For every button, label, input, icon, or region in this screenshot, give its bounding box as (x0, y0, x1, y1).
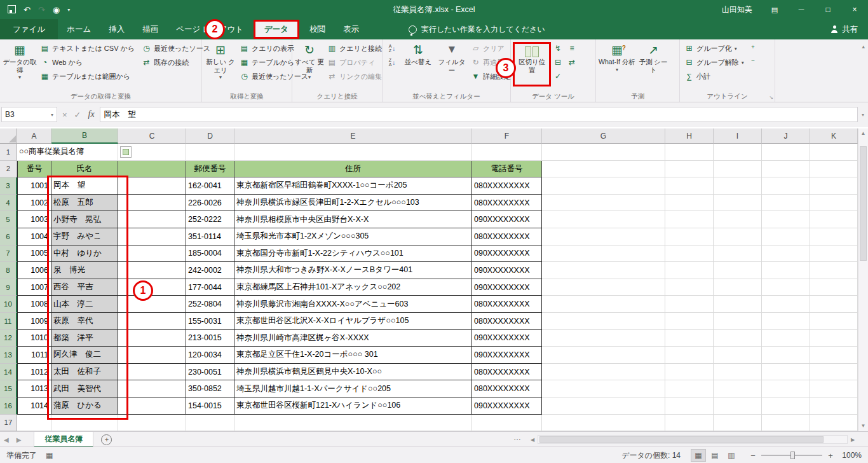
cell[interactable] (714, 380, 762, 397)
cell-phone[interactable]: 090XXXXXXXX (472, 279, 542, 296)
ungroup-button[interactable]: ⊟グループ解除▾ (682, 55, 746, 69)
scroll-down-icon[interactable]: ▼ (861, 421, 866, 431)
cell-zip[interactable]: 242-0002 (186, 262, 234, 279)
row-header-15[interactable]: 15 (0, 380, 17, 397)
formula-bar-expand-icon[interactable]: ▾ (858, 112, 868, 118)
cell[interactable] (762, 313, 810, 330)
maximize-button[interactable]: □ (815, 0, 841, 19)
cell[interactable] (810, 330, 858, 347)
cell-name[interactable]: 武田 美智代 (51, 380, 118, 397)
cell-address[interactable]: 神奈川県大和市つきみ野X-X-XノースBタワー401 (234, 262, 472, 279)
cell-number[interactable]: 1005 (17, 245, 51, 263)
data-validation-button[interactable]: ✓ (551, 69, 565, 83)
cell[interactable] (542, 161, 665, 178)
cell-number[interactable]: 1007 (17, 279, 51, 296)
horizontal-scrollbar[interactable]: ◀ ▶ (527, 434, 858, 445)
cell[interactable] (234, 144, 472, 161)
remove-duplicates-button[interactable]: ⊟ (551, 55, 565, 69)
zoom-in-button[interactable]: + (827, 451, 834, 460)
row-header-17[interactable]: 17 (0, 415, 17, 432)
cell-zip[interactable]: 120-0034 (186, 347, 234, 364)
cell-number[interactable]: 1002 (17, 195, 51, 212)
cell[interactable] (762, 364, 810, 381)
column-header-D[interactable]: D (186, 128, 234, 144)
column-header-K[interactable]: K (810, 128, 858, 144)
cell[interactable] (665, 380, 714, 397)
column-header-H[interactable]: H (665, 128, 714, 144)
insert-function-button[interactable]: fx (88, 109, 95, 120)
share-button[interactable]: 共有 (831, 19, 868, 39)
cell-phone[interactable]: 080XXXXXXXX (472, 195, 542, 212)
cell[interactable] (810, 364, 858, 381)
scroll-up-icon[interactable]: ▲ (861, 128, 866, 139)
subtotal-button[interactable]: ∑小計 (682, 69, 746, 83)
cell-phone[interactable]: 090XXXXXXXX (472, 211, 542, 228)
cell[interactable] (810, 415, 858, 432)
cell[interactable] (665, 296, 714, 313)
text-to-columns-button[interactable]: 区切り位置 (515, 44, 549, 75)
redo-button[interactable]: ↷ (38, 6, 45, 14)
cell-name[interactable]: 宇野 みやこ (51, 228, 118, 245)
cell[interactable] (542, 279, 665, 296)
edit-links-button[interactable]: ⇄リンクの編集 (325, 69, 384, 83)
consolidate-button[interactable]: ≡ (565, 41, 579, 55)
cell-name[interactable]: 山本 淳二 (51, 296, 118, 313)
cell[interactable] (118, 313, 186, 330)
cell[interactable] (665, 279, 714, 296)
cell-zip[interactable]: 213-0015 (186, 330, 234, 347)
cell[interactable] (118, 296, 186, 313)
cell[interactable] (542, 211, 665, 228)
cell[interactable] (542, 364, 665, 381)
row-header-13[interactable]: 13 (0, 347, 17, 364)
sheet-nav-prev-icon[interactable]: ◀ (0, 436, 13, 443)
row-header-6[interactable]: 6 (0, 228, 17, 245)
cell[interactable] (542, 380, 665, 397)
cell[interactable] (665, 262, 714, 279)
cell-address[interactable]: 神奈川県横浜市鶴見区鶴見中央X-10-X○○ (234, 364, 472, 381)
row-header-11[interactable]: 11 (0, 313, 17, 330)
tab-draw[interactable]: 描画 (133, 19, 167, 39)
cell[interactable] (542, 177, 665, 195)
cell[interactable] (810, 211, 858, 228)
tab-review[interactable]: 校閲 (301, 19, 334, 39)
cell[interactable] (714, 296, 762, 313)
cell[interactable] (762, 279, 810, 296)
cell[interactable] (714, 415, 762, 432)
outline-dialog-launcher[interactable]: ↘ (769, 95, 773, 100)
cell[interactable] (762, 262, 810, 279)
cell[interactable] (762, 347, 810, 364)
horizontal-scroll-thumb[interactable] (539, 436, 824, 443)
cell-number[interactable]: 1009 (17, 313, 51, 330)
cell-name[interactable]: 萩原 幸代 (51, 313, 118, 330)
cell[interactable] (665, 397, 714, 415)
tab-file[interactable]: ファイル (0, 19, 58, 39)
cell[interactable] (762, 177, 810, 195)
cell[interactable] (118, 228, 186, 245)
cell-number[interactable]: 1013 (17, 380, 51, 397)
cell[interactable] (542, 296, 665, 313)
name-box[interactable]: B3 ▾ (1, 107, 57, 122)
from-text-csv-button[interactable]: ▤テキストまたは CSV から (37, 41, 139, 55)
cell[interactable] (810, 397, 858, 415)
cell[interactable] (714, 144, 762, 161)
cell[interactable] (810, 144, 858, 161)
show-detail-button[interactable]: ⁺ (746, 41, 760, 55)
cell[interactable] (665, 245, 714, 263)
enter-button[interactable]: ✓ (74, 110, 81, 120)
tab-data[interactable]: データ (255, 22, 297, 37)
cell-number[interactable]: 1003 (17, 211, 51, 228)
signed-in-user[interactable]: 山田知美 (713, 4, 761, 15)
cell-name[interactable]: 太田 佐和子 (51, 364, 118, 381)
cell-name[interactable]: 阿久津 俊二 (51, 347, 118, 364)
cell[interactable] (665, 347, 714, 364)
cancel-button[interactable]: × (62, 110, 67, 120)
cell[interactable] (714, 313, 762, 330)
cell-phone[interactable]: 090XXXXXXXX (472, 330, 542, 347)
horizontal-scroll-track[interactable] (538, 435, 848, 444)
properties-button[interactable]: ▤プロパティ (325, 55, 384, 69)
cell[interactable] (762, 228, 810, 245)
cell-address[interactable]: 埼玉県和光市本町1-2Xメゾン○○○305 (234, 228, 472, 245)
close-button[interactable]: × (841, 0, 868, 19)
cell-number[interactable]: 1010 (17, 330, 51, 347)
cell[interactable] (762, 397, 810, 415)
